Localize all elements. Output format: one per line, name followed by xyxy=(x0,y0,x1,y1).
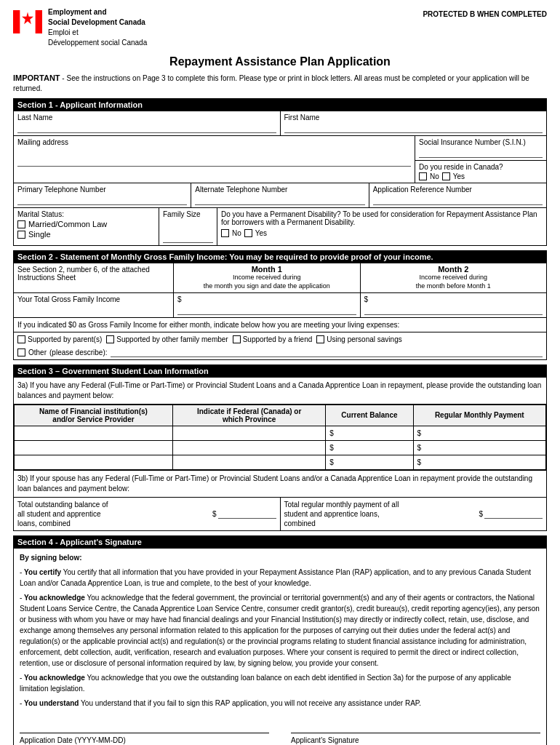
sec2-gross-row: Your Total Gross Family Income $ $ xyxy=(14,293,546,318)
col-institution: Name of Financial institution(s)and/or S… xyxy=(15,405,173,426)
balance-2[interactable]: $ xyxy=(326,440,413,455)
canada-residence-field: Do you reside in Canada? No Yes xyxy=(415,161,546,183)
sec2-month1: Month 1 Income received duringthe month … xyxy=(174,263,361,292)
understand-para: - You understand You understand that if … xyxy=(20,698,540,709)
canada-flag-icon xyxy=(13,7,42,36)
disability-label: Do you have a Permanent Disability? To b… xyxy=(221,210,543,226)
org-name: Employment and Social Development Canada… xyxy=(48,7,147,48)
parents-label: Supported by parent(s) xyxy=(28,335,102,343)
cb-friend: Supported by a friend xyxy=(233,335,313,343)
first-name-input[interactable] xyxy=(284,123,543,133)
family-size-input[interactable] xyxy=(163,233,213,243)
understand-text: You understand that if you fail to sign … xyxy=(81,699,421,707)
single-label: Single xyxy=(28,230,51,239)
primary-phone-input[interactable] xyxy=(17,195,187,205)
married-option: Married/Common Law xyxy=(17,220,155,228)
balance-1[interactable]: $ xyxy=(326,426,413,440)
other-desc-label: (please describe): xyxy=(49,348,107,356)
month2-income-input[interactable] xyxy=(364,305,543,315)
province-2[interactable] xyxy=(172,440,325,455)
savings-checkbox[interactable] xyxy=(316,335,324,343)
other-label: Other xyxy=(28,348,47,356)
sec2-instructions: See Section 2, number 6, of the attached… xyxy=(14,263,174,292)
alt-phone-label: Alternate Telephone Number xyxy=(195,186,364,194)
sec1-phone-row: Primary Telephone Number Alternate Telep… xyxy=(14,183,546,208)
app-date-input[interactable] xyxy=(20,719,269,733)
other-row: Other (please describe): xyxy=(14,346,546,359)
dollar2-sign: $ xyxy=(364,295,369,303)
cb-parents: Supported by parent(s) xyxy=(17,335,102,343)
outstanding-input[interactable] xyxy=(218,509,276,519)
family-label: Supported by other family member xyxy=(116,335,228,343)
alt-phone-field: Alternate Telephone Number xyxy=(191,183,369,207)
institution-1[interactable] xyxy=(15,426,173,440)
svg-rect-1 xyxy=(35,10,42,33)
applicant-sig-label: Applicant's Signature xyxy=(291,735,540,745)
canada-no-checkbox[interactable] xyxy=(419,172,427,180)
other-desc-input[interactable] xyxy=(111,348,543,357)
parents-checkbox[interactable] xyxy=(17,335,25,343)
month2-sublabel: Income received duringthe month before M… xyxy=(362,274,545,290)
single-option: Single xyxy=(17,230,155,239)
app-ref-input[interactable] xyxy=(373,195,543,205)
alt-phone-input[interactable] xyxy=(195,195,364,205)
balance-3[interactable]: $ xyxy=(326,455,413,469)
page-header: Employment and Social Development Canada… xyxy=(13,7,547,51)
acknowledge1-text: You acknowledge that the federal governm… xyxy=(20,594,540,667)
payment-3[interactable]: $ xyxy=(413,455,545,469)
single-checkbox[interactable] xyxy=(17,231,25,239)
section2-header: Section 2 - Statement of Monthly Gross F… xyxy=(13,250,547,263)
canada-yes-checkbox[interactable] xyxy=(442,172,450,180)
by-signing-bold: By signing below: xyxy=(20,554,82,562)
gross-total-label: Your Total Gross Family Income xyxy=(14,293,174,317)
regular-input[interactable] xyxy=(484,509,543,519)
other-checkbox[interactable] xyxy=(17,348,25,356)
month2-label: Month 2 xyxy=(362,265,545,274)
section1-body: Last Name First Name Mailing address Soc… xyxy=(13,111,547,246)
protected-label: PROTECTED B WHEN COMPLETED xyxy=(423,7,547,18)
institution-3[interactable] xyxy=(15,455,173,469)
outstanding-dollar-sign: $ xyxy=(212,510,217,518)
last-name-input[interactable] xyxy=(17,123,276,133)
sec3b-totals-row: Total outstanding balance ofall student … xyxy=(14,498,546,530)
important-text: - See the instructions on Page 3 to comp… xyxy=(13,74,529,92)
applicant-sig-input[interactable] xyxy=(291,719,540,733)
sec2-month1-value: $ xyxy=(174,293,361,317)
sec1-name-row: Last Name First Name xyxy=(14,111,546,136)
canada-yes-label: Yes xyxy=(453,172,465,180)
marital-field: Marital Status: Married/Common Law Singl… xyxy=(14,208,159,245)
app-date-label: Application Date (YYYY-MM-DD) xyxy=(20,735,269,745)
sin-input[interactable] xyxy=(419,148,543,158)
address-input[interactable] xyxy=(17,156,411,167)
canada-checkbox-row: No Yes xyxy=(419,172,543,180)
month1-label: Month 1 xyxy=(175,265,359,274)
province-1[interactable] xyxy=(172,426,325,440)
dollar1-sign: $ xyxy=(177,295,182,303)
sin-col: Social Insurance Number (S.I.N.) Do you … xyxy=(415,136,546,183)
section3: Section 3 – Government Student Loan Info… xyxy=(13,364,547,531)
outstanding-dollar-field: $ xyxy=(212,509,276,519)
disability-yes-checkbox[interactable] xyxy=(244,229,252,237)
province-3[interactable] xyxy=(172,455,325,469)
family-size-label: Family Size xyxy=(163,210,213,218)
col-balance: Current Balance xyxy=(326,405,413,426)
acknowledge1-para: - You acknowledge You acknowledge that t… xyxy=(20,592,540,669)
family-checkbox[interactable] xyxy=(106,335,114,343)
payment-2[interactable]: $ xyxy=(413,440,545,455)
col-payment: Regular Monthly Payment xyxy=(413,405,545,426)
month1-income-input[interactable] xyxy=(177,305,356,315)
address-field: Mailing address xyxy=(14,136,415,183)
certify-text: You certify that all information that yo… xyxy=(20,568,531,587)
regular-dollar-field: $ xyxy=(479,509,543,519)
app-ref-field: Application Reference Number xyxy=(369,183,546,207)
disability-no-checkbox[interactable] xyxy=(221,229,229,237)
payment-1[interactable]: $ xyxy=(413,426,545,440)
first-name-field: First Name xyxy=(281,111,547,135)
first-name-label: First Name xyxy=(284,113,543,121)
expenses-checkboxes: Supported by parent(s) Supported by othe… xyxy=(14,332,546,346)
institution-2[interactable] xyxy=(15,440,173,455)
savings-label: Using personal savings xyxy=(327,335,401,343)
married-checkbox[interactable] xyxy=(17,220,25,228)
acknowledge2-text: You acknowledge that you owe the outstan… xyxy=(20,674,511,693)
friend-checkbox[interactable] xyxy=(233,335,241,343)
